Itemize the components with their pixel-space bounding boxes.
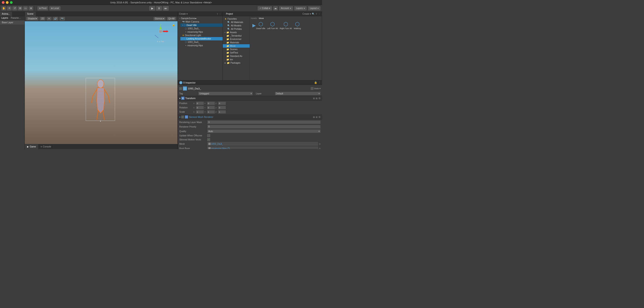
close-button[interactable] [2,1,4,4]
skinned-mesh-header[interactable]: ▾ ✓ ⬡ Skinned Mesh Renderer ⊠ ⊠ ⚙ [178,114,322,119]
minimize-button[interactable] [6,1,8,4]
project-item-right-turn[interactable]: ⬡ Right Turn 90 [279,21,293,30]
hierarchy-item-1093[interactable]: ⬡ 1093_DaJi_ [183,27,222,30]
iso-toggle[interactable]: ≡ ≡ Iso [157,40,164,43]
transform-settings-2[interactable]: ⊠ [316,97,318,100]
rotate-tool-button[interactable]: ↺ [12,6,17,11]
pos-y-input[interactable]: 0 [207,102,215,105]
skinned-settings-2[interactable]: ⊠ [316,116,318,118]
rot-z-input[interactable]: 0 [218,106,226,109]
layer-dropdown[interactable]: Default [275,92,321,95]
tag-dropdown[interactable]: Untagged [198,92,253,95]
project-icon-1[interactable]: ⇧ [316,13,317,15]
animator-tab[interactable]: Anima... [0,12,12,16]
hierarchy-item-hips-1[interactable]: ⚬ mixamorig:Hips [183,30,222,34]
sun-btn[interactable]: ☀ [46,17,52,21]
move-tool-button[interactable]: ✛ [7,6,12,11]
inspector-menu-icon[interactable]: ⋮ [318,81,321,84]
step-button[interactable]: ⏭ [162,6,169,11]
scene-root-item[interactable]: ▾ SampleScene● [178,17,222,20]
sidebar-standard-as[interactable]: 📁 Standard As [223,54,250,58]
play-button[interactable]: ▶ [149,6,155,11]
hierarchy-item-camera[interactable]: 📷 Main Camera [180,20,222,24]
rendering-layer-mask-input[interactable]: 1 [207,120,321,124]
rect-tool-button[interactable]: ▭ [23,6,28,11]
object-name[interactable]: 1093_DaJi_ [188,87,310,90]
sidebar-move[interactable]: 📁 Move [223,44,250,48]
camera-scene-btn[interactable]: 📷 [59,17,65,21]
sidebar-all-models[interactable]: 🔍 All Models [223,24,250,27]
renderer-priority-input[interactable]: 0 [207,125,321,128]
scale-tool-button[interactable]: ⊞ [18,6,22,11]
rot-y-input[interactable]: 0 [207,106,215,109]
scene-view[interactable]: y x ≡ ≡ Iso [25,21,178,144]
project-item-left-turn[interactable]: ⬡ Left Turn 90 [266,21,279,30]
object-active-checkbox[interactable]: ✓ [179,87,182,90]
sidebar-scenes[interactable]: 📁 Scenes [223,48,250,51]
quality-dropdown[interactable]: Auto [207,129,321,133]
skinned-enabled-checkbox[interactable]: ✓ [181,116,184,118]
root-bone-circle-icon[interactable]: ⊙ [319,147,321,149]
local-button[interactable]: ⊕ Local [49,6,61,11]
project-tab[interactable]: Project [224,12,235,16]
transform-gear-icon[interactable]: ⚙ [318,97,321,100]
sidebar-tex[interactable]: 📁 tex [223,58,250,61]
gizmos-btn[interactable]: Gizmos ▾ [153,17,166,21]
maximize-button[interactable] [10,1,13,4]
hierarchy-icon-2[interactable]: ⋮ [219,13,221,15]
skinned-gear-icon[interactable]: ⚙ [318,116,321,118]
hierarchy-item-dwarf-idle[interactable]: ▾ ⬡ Dwarf Idle [180,24,222,27]
root-bone-ref[interactable]: mixamorig:Hips (Tr [207,146,318,149]
hierarchy-item-looking-around[interactable]: ▾ ⬡ Looking Aroundwithcolor [180,37,222,40]
layout-dropdown[interactable]: Layout [308,6,321,11]
scene-lock-icon[interactable]: 🔒 [172,24,175,27]
skinned-motion-checkbox[interactable]: ✓ [207,138,210,141]
transform-section-header[interactable]: ▾ ⊕ Transform ⊠ ⊠ ⚙ [178,96,322,101]
console-tab[interactable]: ≡ Console [38,144,54,149]
sidebar-selftest[interactable]: 📁 SelfTest [223,51,250,54]
update-offscreen-checkbox[interactable] [207,134,210,137]
mesh-ref[interactable]: 1093_DaJi_ [207,142,318,146]
scale-x-input[interactable]: 1 [196,110,204,114]
transform-settings-1[interactable]: ⊠ [313,97,315,100]
skinned-settings-1[interactable]: ⊠ [313,116,315,118]
hierarchy-item-hips-2[interactable]: ⚬ mixamorig:Hips [183,44,222,47]
sidebar-materials[interactable]: 📁 Materials [223,41,250,44]
layers-subtab[interactable]: Layers [0,16,10,20]
scale-z-input[interactable]: 1 [218,110,226,114]
scale-y-input[interactable]: 1 [207,110,215,114]
hierarchy-item-1093-2[interactable]: ⬡ 1093_DaJi_ [183,40,222,44]
hierarchy-create-btn[interactable]: Create ▾ [179,13,188,15]
mesh-circle-icon[interactable]: ⊙ [319,143,321,145]
project-icon-2[interactable]: ⋮ [318,13,320,15]
sidebar-all-materials[interactable]: 🔍 All Materials [223,21,250,24]
collab-button[interactable]: ✓ Collab ▾ [258,6,272,11]
sidebar-favorites[interactable]: ★ Favorites [223,17,250,21]
audio-btn[interactable]: 🔊 [52,17,58,21]
layers-dropdown[interactable]: Layers [294,6,307,11]
inspector-lock-icon[interactable]: 🔒 [314,81,317,84]
hierarchy-icon-1[interactable]: ⇧ [216,13,218,15]
pivot-button[interactable]: ⊕ Pivot [37,6,48,11]
hand-tool-button[interactable]: ✋ [1,6,6,11]
shading-mode-btn[interactable]: Shaded ▾ [26,17,38,21]
project-item-dwarf-idle[interactable]: ▶ ⬡ Dwarf Idle [252,21,266,30]
parameters-subtab[interactable]: Parame... [10,16,22,20]
static-dropdown-arrow[interactable]: ▾ [320,87,321,90]
hierarchy-item-light[interactable]: ☀ Directional Light [180,34,222,37]
all-btn[interactable]: Qt+All [167,17,176,21]
project-search-icon[interactable]: 🔍 [312,13,314,15]
sidebar-assets[interactable]: ▾ 📁 Assets [223,31,250,34]
sidebar-all-prefabs[interactable]: 🔍 All Prefabs [223,27,250,31]
window-controls[interactable] [2,1,13,4]
project-item-walking[interactable]: ⬡ Walking [293,21,302,30]
2d-toggle-btn[interactable]: 2D [40,17,46,21]
static-checkbox[interactable] [311,87,314,90]
account-dropdown[interactable]: Account [279,6,293,11]
rot-x-input[interactable]: 0 [196,106,204,109]
pos-z-input[interactable]: 0 [218,102,226,105]
transform-tool-button[interactable]: ⊕ [28,6,33,11]
sidebar-terrainaut[interactable]: 📁 _TerrainAut [223,34,250,38]
pos-x-input[interactable]: 0 [196,102,204,105]
base-layer-item[interactable]: Base Layer [0,20,24,25]
